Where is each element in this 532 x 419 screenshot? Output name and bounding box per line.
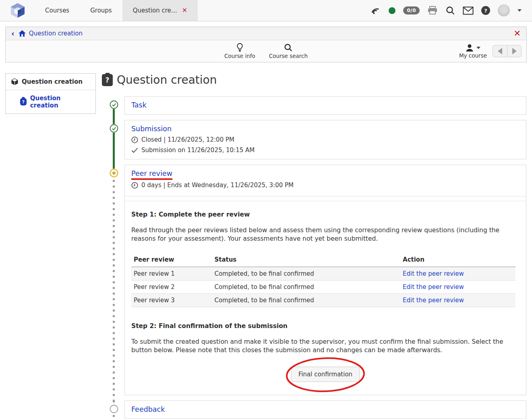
timeline-rail [102,165,124,400]
edit-peer-review-link[interactable]: Edit the peer review [403,297,464,304]
timeline-rail [102,120,124,165]
app-logo[interactable] [0,0,35,21]
main-area: Question creation ? Question creation ? … [5,73,526,419]
peer-review-status: Completed, to be final confirmed [212,293,400,307]
breadcrumb-home-link[interactable]: Question creation [19,30,83,37]
prev-arrow-icon [498,48,502,54]
toolbar-center-group: Course info Course search [224,40,308,62]
sidebar-root-label: Question creation [22,78,83,85]
submission-card: Submission Closed | 11/26/2025, 12:00 PM [124,120,526,159]
timeline-item-feedback: Feedback [102,400,526,419]
table-row: Peer review 1 Completed, to be final con… [131,267,515,281]
page-title: Question creation [117,73,217,87]
peer-review-name: Peer review 2 [131,280,212,293]
timeline-rail [102,96,124,120]
peer-review-deadline-text: 0 days | Ends at Wednesday, 11/26/2025, … [141,182,294,189]
peer-review-header: Peer review 0 days | Ends at Wednesday, … [125,165,526,196]
column-header-status: Status [212,254,400,267]
timeline-rail [102,400,124,419]
peer-review-deadline-meta: 0 days | Ends at Wednesday, 11/26/2025, … [131,182,520,189]
step1-description: Read through the peer reviews listed bel… [131,226,520,243]
home-icon [19,30,26,37]
top-navbar-right: 0/0 ? [371,0,532,21]
step-todo-icon [110,405,118,413]
course-header-box: ‹ Question creation ✕ Course inf [5,27,527,62]
course-info-button[interactable]: Course info [224,43,255,59]
task-card: Task [124,96,526,115]
sidebar-item-question-creation[interactable]: ? Question creation [6,90,95,114]
notification-count-badge[interactable]: 0/0 [403,6,420,14]
peer-review-name: Peer review 3 [131,293,212,307]
search-icon[interactable] [445,6,455,15]
nav-tab-question-creation-label: Question cre… [133,7,177,14]
rss-feed-icon[interactable] [371,6,381,15]
submission-closed-meta: Closed | 11/26/2025, 12:00 PM [131,136,520,143]
course-tree-sidebar: Question creation ? Question creation [5,73,96,114]
my-course-menu[interactable]: My course [459,43,487,59]
clock-icon [131,182,138,189]
object-pager [493,45,522,57]
my-course-label: My course [459,52,487,59]
step2-description: To submit the created question and make … [131,338,520,355]
peer-review-status: Completed, to be final confirmed [212,280,400,293]
peer-review-name: Peer review 1 [131,267,212,281]
toolbar-right-group: My course [459,40,522,62]
timeline-item-peer-review: Peer review 0 days | Ends at Wednesday, … [102,165,526,400]
course-toolbar: Course info Course search [6,40,526,62]
step-current-icon [110,169,118,178]
final-confirmation-button[interactable]: Final confirmation [291,367,360,382]
nav-tab-question-creation[interactable]: Question cre… ✕ [122,0,198,21]
mail-icon[interactable] [463,6,474,15]
top-navbar: Courses Groups Question cre… ✕ 0/0 [0,0,532,21]
edit-peer-review-link[interactable]: Edit the peer review [403,270,464,277]
help-icon[interactable]: ? [481,6,490,15]
nav-tab-courses[interactable]: Courses [35,0,80,21]
course-search-icon [284,43,293,52]
submission-submitted-meta: Submission on 11/26/2025, 10:15 AM [131,147,520,154]
course-cube-icon [11,78,18,85]
nav-tab-courses-label: Courses [45,7,69,14]
back-chevron-icon[interactable]: ‹ [11,30,14,37]
column-header-action: Action [400,254,515,267]
pager-prev-button[interactable] [493,45,507,57]
cube-logo-icon [10,3,25,18]
next-arrow-icon [512,48,517,54]
clock-icon [131,136,138,143]
check-icon [131,147,138,153]
close-course-view-icon[interactable]: ✕ [513,29,521,38]
content-column: ? Question creation Task [102,73,526,419]
lightbulb-icon [236,43,243,52]
feedback-title-link[interactable]: Feedback [131,405,165,413]
nav-tab-groups[interactable]: Groups [80,0,122,21]
submission-title-link[interactable]: Submission [131,125,172,133]
step2-heading: Step 2: Final confirmation of the submis… [131,322,520,330]
timeline-item-submission: Submission Closed | 11/26/2025, 12:00 PM [102,120,526,165]
feedback-card: Feedback [124,400,526,419]
top-navbar-left: Courses Groups Question cre… ✕ [0,0,198,21]
task-title-link[interactable]: Task [131,101,147,109]
user-menu-caret-icon[interactable] [518,9,522,12]
breadcrumb-label: Question creation [29,30,83,37]
course-search-label: Course search [269,53,308,59]
course-info-label: Course info [224,53,255,59]
nav-tab-groups-label: Groups [90,7,112,14]
sidebar-root-item[interactable]: Question creation [6,74,95,90]
user-avatar[interactable] [498,4,510,17]
breadcrumb: ‹ Question creation ✕ [6,27,526,40]
print-icon[interactable] [427,6,438,15]
course-search-button[interactable]: Course search [269,43,308,59]
page-title-icon: ? [102,74,113,86]
timeline-item-task: Task [102,96,526,120]
page-title-row: ? Question creation [102,73,526,87]
online-status-dot [389,7,395,14]
tab-close-icon[interactable]: ✕ [182,7,187,14]
step-done-icon [110,124,118,133]
pager-next-button[interactable] [507,45,521,57]
peer-review-body: Step 1: Complete the peer review Read th… [125,201,526,395]
edit-peer-review-link[interactable]: Edit the peer review [403,283,464,291]
table-row: Peer review 2 Completed, to be final con… [131,280,515,293]
peer-review-title-link[interactable]: Peer review [131,169,172,178]
card-divider [125,196,526,201]
peer-review-card: Peer review 0 days | Ends at Wednesday, … [124,165,526,395]
submission-closed-text: Closed | 11/26/2025, 12:00 PM [141,136,234,143]
